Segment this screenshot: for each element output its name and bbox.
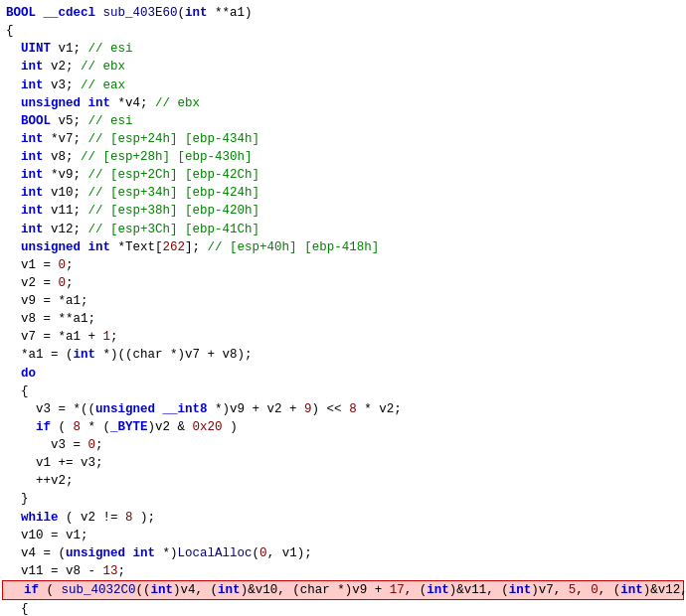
code-line-20: v7 = *a1 + 1;: [0, 328, 686, 346]
code-line-18: v9 = *a1;: [0, 292, 686, 310]
code-line-31: v10 = v1;: [0, 527, 686, 544]
code-line-14: unsigned int *Text[262]; // [esp+40h] [e…: [0, 238, 686, 256]
code-line-4: int v2; // ebx: [0, 58, 686, 76]
code-line-23: {: [0, 383, 686, 400]
code-line-11: int v10; // [esp+34h] [ebp-424h]: [0, 184, 686, 202]
code-line-19: v8 = **a1;: [0, 310, 686, 328]
code-line-6: unsigned int *v4; // ebx: [0, 94, 686, 112]
code-line-24: v3 = *((unsigned __int8 *)v9 + v2 + 9) <…: [0, 400, 686, 418]
code-line-10: int *v9; // [esp+2Ch] [ebp-42Ch]: [0, 166, 686, 184]
code-line-33: v11 = v8 - 13;: [0, 562, 686, 580]
code-line-12: int v11; // [esp+38h] [ebp-420h]: [0, 202, 686, 220]
code-line-21: *a1 = (int *)((char *)v7 + v8);: [0, 346, 686, 364]
code-line-9: int v8; // [esp+28h] [ebp-430h]: [0, 148, 686, 166]
code-line-29: }: [0, 490, 686, 508]
code-line-13: int v12; // [esp+3Ch] [ebp-41Ch]: [0, 221, 686, 238]
code-line-25: if ( 8 * (_BYTE)v2 & 0x20 ): [0, 418, 686, 436]
code-line-5: int v3; // eax: [0, 77, 686, 94]
code-line-17: v2 = 0;: [0, 274, 686, 292]
code-line-7: BOOL v5; // esi: [0, 112, 686, 130]
code-line-34: if ( sub_4032C0((int)v4, (int)&v10, (cha…: [2, 580, 684, 600]
code-line-16: v1 = 0;: [0, 256, 686, 274]
code-line-26: v3 = 0;: [0, 436, 686, 454]
code-line-28: ++v2;: [0, 472, 686, 490]
code-line-8: int *v7; // [esp+24h] [ebp-434h]: [0, 130, 686, 148]
code-line-27: v1 += v3;: [0, 454, 686, 472]
code-line-32: v4 = (unsigned int *)LocalAlloc(0, v1);: [0, 544, 686, 562]
code-view: BOOL __cdecl sub_403E60(int **a1){ UINT …: [0, 0, 686, 616]
code-line-35: {: [0, 600, 686, 616]
code-line-1: BOOL __cdecl sub_403E60(int **a1): [0, 4, 686, 22]
code-line-22: do: [0, 365, 686, 383]
code-line-2: {: [0, 22, 686, 40]
code-line-30: while ( v2 != 8 );: [0, 509, 686, 527]
code-line-3: UINT v1; // esi: [0, 40, 686, 58]
